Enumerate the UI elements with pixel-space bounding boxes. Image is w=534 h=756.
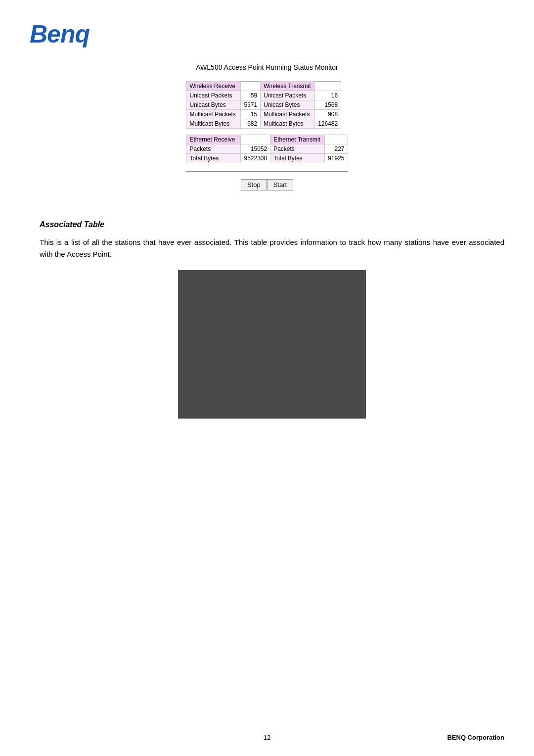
wireless-receive-header: Wireless Receive — [186, 82, 241, 91]
associated-table-description: This is a list of all the stations that … — [40, 236, 504, 260]
buttons-area: Stop Start — [186, 179, 348, 190]
et-total-bytes-label: Total Bytes — [270, 154, 325, 163]
wr-unicast-packets-label: Unicast Packets — [186, 91, 241, 100]
wr-unicast-bytes-label: Unicast Bytes — [186, 100, 241, 110]
wt-multicast-packets-label: Multicast Packets — [261, 110, 315, 119]
benq-logo: Benq — [30, 20, 504, 48]
logo-container: Benq — [30, 20, 504, 48]
wt-unicast-bytes-label: Unicast Bytes — [261, 100, 315, 110]
wr-unicast-packets-value: 59 — [241, 91, 261, 100]
wr-multicast-packets-value: 15 — [241, 110, 261, 119]
wireless-transmit-header: Wireless Transmit — [261, 82, 315, 91]
page-container: Benq AWL500 Access Point Running Status … — [0, 0, 534, 756]
wr-multicast-packets-label: Multicast Packets — [186, 110, 241, 119]
page-title: AWL500 Access Point Running Status Monit… — [196, 63, 338, 71]
associated-section: Associated Table This is a list of all t… — [30, 220, 504, 419]
et-packets-label: Packets — [270, 144, 325, 154]
associated-table-title: Associated Table — [40, 220, 504, 229]
wt-unicast-bytes-value: 1568 — [315, 100, 341, 110]
section-divider — [186, 171, 348, 172]
wireless-stats-table: Wireless Receive Wireless Transmit Unica… — [186, 81, 341, 129]
start-button[interactable]: Start — [267, 179, 293, 190]
et-packets-value: 227 — [325, 144, 348, 154]
ethernet-transmit-header: Ethernet Transmit — [270, 135, 325, 144]
wr-multicast-bytes-value: 682 — [241, 119, 261, 129]
monitor-section: Wireless Receive Wireless Transmit Unica… — [30, 81, 504, 205]
wr-multicast-bytes-label: Multicast Bytes — [186, 119, 241, 129]
wt-multicast-packets-value: 908 — [315, 110, 341, 119]
wt-unicast-packets-label: Unicast Packets — [261, 91, 315, 100]
footer: -12- BENQ Corporation — [0, 734, 534, 741]
et-total-bytes-value: 91925 — [325, 154, 348, 163]
page-title-area: AWL500 Access Point Running Status Monit… — [30, 63, 504, 71]
er-packets-value: 15052 — [241, 144, 270, 154]
er-packets-label: Packets — [186, 144, 241, 154]
page-number: -12- — [30, 734, 504, 741]
associated-table-image — [178, 270, 366, 419]
wt-unicast-packets-value: 16 — [315, 91, 341, 100]
er-total-bytes-label: Total Bytes — [186, 154, 241, 163]
wt-multicast-bytes-label: Multicast Bytes — [261, 119, 315, 129]
ethernet-receive-header: Ethernet Receive — [186, 135, 241, 144]
footer-company: BENQ Corporation — [447, 734, 504, 741]
stop-button[interactable]: Stop — [241, 179, 267, 190]
wr-unicast-bytes-value: 5371 — [241, 100, 261, 110]
ethernet-stats-table: Ethernet Receive Ethernet Transmit Packe… — [186, 135, 348, 163]
er-total-bytes-value: 9522300 — [241, 154, 270, 163]
wt-multicast-bytes-value: 126482 — [315, 119, 341, 129]
